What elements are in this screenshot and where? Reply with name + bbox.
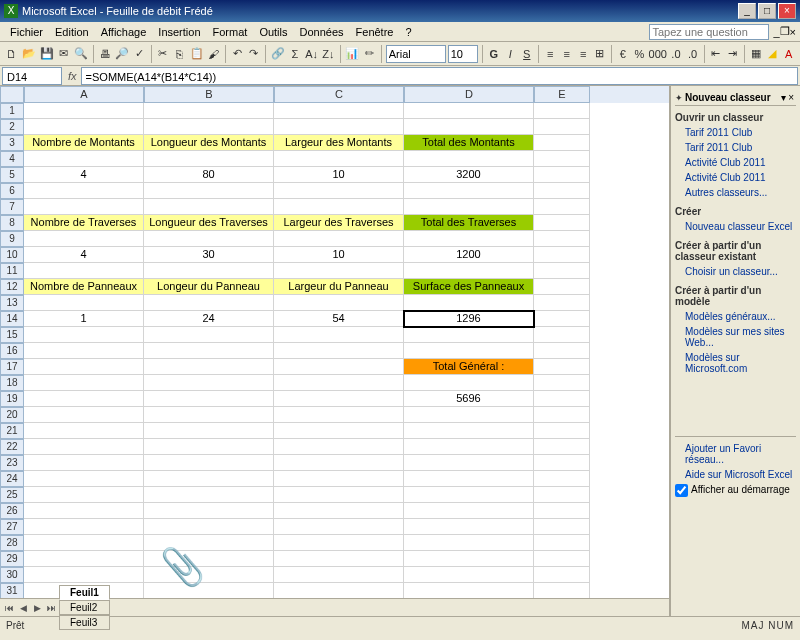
cell-E7[interactable]	[534, 199, 590, 215]
cell-A1[interactable]	[24, 103, 144, 119]
cell-E17[interactable]	[534, 359, 590, 375]
cell-A4[interactable]	[24, 151, 144, 167]
cell-A8[interactable]: Nombre de Traverses	[24, 215, 144, 231]
row-header-23[interactable]: 23	[0, 455, 24, 471]
cell-D8[interactable]: Total des Traverses	[404, 215, 534, 231]
cell-C17[interactable]	[274, 359, 404, 375]
cell-E11[interactable]	[534, 263, 590, 279]
row-header-21[interactable]: 21	[0, 423, 24, 439]
col-header-E[interactable]: E	[534, 86, 590, 103]
cell-B12[interactable]: Longeur du Panneau	[144, 279, 274, 295]
cell-C31[interactable]	[274, 583, 404, 598]
cell-D30[interactable]	[404, 567, 534, 583]
row-header-31[interactable]: 31	[0, 583, 24, 598]
percent-icon[interactable]: %	[632, 45, 647, 63]
redo-icon[interactable]: ↷	[246, 45, 261, 63]
search-icon[interactable]: 🔍	[73, 45, 89, 63]
taskpane-footer-link[interactable]: Aide sur Microsoft Excel	[675, 467, 796, 482]
menu-donnees[interactable]: Données	[294, 24, 350, 40]
cell-E2[interactable]	[534, 119, 590, 135]
cell-A28[interactable]	[24, 535, 144, 551]
cell-B8[interactable]: Longueur des Traverses	[144, 215, 274, 231]
copy-icon[interactable]: ⎘	[172, 45, 187, 63]
row-header-30[interactable]: 30	[0, 567, 24, 583]
cell-E23[interactable]	[534, 455, 590, 471]
row-header-22[interactable]: 22	[0, 439, 24, 455]
cell-D28[interactable]	[404, 535, 534, 551]
taskpane-link[interactable]: Choisir un classeur...	[675, 264, 796, 279]
col-header-A[interactable]: A	[24, 86, 144, 103]
format-painter-icon[interactable]: 🖌	[207, 45, 222, 63]
cell-D18[interactable]	[404, 375, 534, 391]
cell-B15[interactable]	[144, 327, 274, 343]
cell-D7[interactable]	[404, 199, 534, 215]
cell-E18[interactable]	[534, 375, 590, 391]
sort-desc-icon[interactable]: Z↓	[321, 45, 336, 63]
row-header-9[interactable]: 9	[0, 231, 24, 247]
menu-help[interactable]: ?	[399, 24, 417, 40]
menu-outils[interactable]: Outils	[253, 24, 293, 40]
cell-A9[interactable]	[24, 231, 144, 247]
cell-C27[interactable]	[274, 519, 404, 535]
minimize-button[interactable]: _	[738, 3, 756, 19]
cell-A7[interactable]	[24, 199, 144, 215]
cell-B9[interactable]	[144, 231, 274, 247]
cell-A29[interactable]	[24, 551, 144, 567]
cell-D26[interactable]	[404, 503, 534, 519]
menu-affichage[interactable]: Affichage	[95, 24, 153, 40]
cell-D16[interactable]	[404, 343, 534, 359]
cell-C19[interactable]	[274, 391, 404, 407]
cell-C20[interactable]	[274, 407, 404, 423]
select-all-corner[interactable]	[0, 86, 24, 103]
ask-question-input[interactable]	[649, 24, 769, 40]
cell-A18[interactable]	[24, 375, 144, 391]
taskpane-menu-icon[interactable]: ✦	[675, 93, 683, 103]
cell-C28[interactable]	[274, 535, 404, 551]
taskpane-link[interactable]: Activité Club 2011	[675, 170, 796, 185]
open-icon[interactable]: 📂	[21, 45, 37, 63]
doc-restore-button[interactable]: ❐	[780, 25, 790, 38]
cell-D31[interactable]	[404, 583, 534, 598]
row-header-29[interactable]: 29	[0, 551, 24, 567]
taskpane-close-icon[interactable]: ×	[786, 92, 796, 103]
merge-icon[interactable]: ⊞	[592, 45, 607, 63]
preview-icon[interactable]: 🔎	[114, 45, 130, 63]
tab-first-icon[interactable]: ⏮	[2, 603, 16, 613]
tab-prev-icon[interactable]: ◀	[16, 603, 30, 613]
row-header-15[interactable]: 15	[0, 327, 24, 343]
cell-B1[interactable]	[144, 103, 274, 119]
underline-icon[interactable]: S	[520, 45, 535, 63]
cell-B24[interactable]	[144, 471, 274, 487]
row-header-19[interactable]: 19	[0, 391, 24, 407]
cell-D13[interactable]	[404, 295, 534, 311]
cell-C25[interactable]	[274, 487, 404, 503]
taskpane-link[interactable]: Modèles généraux...	[675, 309, 796, 324]
cell-D2[interactable]	[404, 119, 534, 135]
cell-C9[interactable]	[274, 231, 404, 247]
menu-edition[interactable]: Edition	[49, 24, 95, 40]
cell-D27[interactable]	[404, 519, 534, 535]
italic-icon[interactable]: I	[503, 45, 518, 63]
cell-B4[interactable]	[144, 151, 274, 167]
cell-C10[interactable]: 10	[274, 247, 404, 263]
cell-B27[interactable]	[144, 519, 274, 535]
cell-C8[interactable]: Largeur des Traverses	[274, 215, 404, 231]
cell-D12[interactable]: Surface des Panneaux	[404, 279, 534, 295]
align-right-icon[interactable]: ≡	[576, 45, 591, 63]
cell-B2[interactable]	[144, 119, 274, 135]
taskpane-link[interactable]: Modèles sur mes sites Web...	[675, 324, 796, 350]
cell-B11[interactable]	[144, 263, 274, 279]
fx-icon[interactable]: fx	[64, 70, 81, 82]
cell-D22[interactable]	[404, 439, 534, 455]
hyperlink-icon[interactable]: 🔗	[270, 45, 286, 63]
cell-A19[interactable]	[24, 391, 144, 407]
cell-D4[interactable]	[404, 151, 534, 167]
cell-A20[interactable]	[24, 407, 144, 423]
align-center-icon[interactable]: ≡	[559, 45, 574, 63]
col-header-D[interactable]: D	[404, 86, 534, 103]
clippy-assistant[interactable]: 📎	[160, 546, 205, 588]
taskpane-footer-link[interactable]: Ajouter un Favori réseau...	[675, 441, 796, 467]
cell-C14[interactable]: 54	[274, 311, 404, 327]
menu-fichier[interactable]: Fichier	[4, 24, 49, 40]
cell-C2[interactable]	[274, 119, 404, 135]
